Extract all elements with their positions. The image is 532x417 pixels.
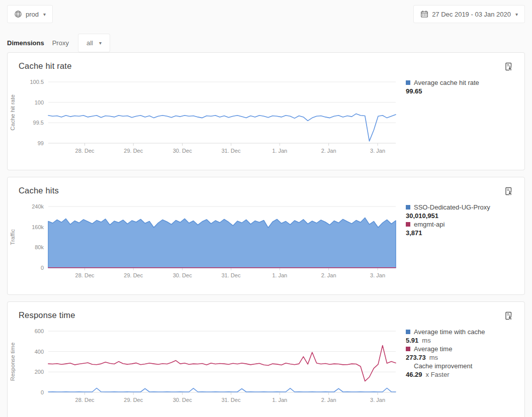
proxy-filter-value: all (86, 39, 93, 47)
svg-text:2. Jan: 2. Jan (321, 397, 336, 403)
cache-hits-legend: SSO-Dedicated-UG-Proxy 30,010,951 emgmt-… (399, 196, 524, 285)
svg-text:80k: 80k (35, 244, 44, 250)
svg-text:240k: 240k (32, 203, 44, 210)
date-range-label: 27 Dec 2019 - 03 Jan 2020 (432, 11, 511, 18)
cache-hits-chart[interactable]: 080k160k240kTraffic28. Dec29. Dec30. Dec… (8, 201, 399, 285)
svg-text:28. Dec: 28. Dec (75, 397, 95, 403)
svg-text:29. Dec: 29. Dec (124, 148, 143, 154)
legend-item[interactable]: Average time (406, 345, 519, 353)
series-color-swatch (406, 205, 410, 210)
svg-text:2. Jan: 2. Jan (321, 272, 336, 278)
legend-value: 273.73ms (406, 353, 519, 362)
top-bar: prod ▾ 27 Dec 2019 - 03 Jan 2020 ▾ (7, 5, 525, 23)
series-color-swatch (406, 222, 410, 227)
panel-title: Cache hits (19, 186, 59, 195)
svg-text:2. Jan: 2. Jan (321, 148, 336, 154)
chevron-down-icon: ▾ (515, 12, 518, 17)
svg-text:1. Jan: 1. Jan (272, 148, 287, 154)
svg-text:0: 0 (41, 389, 44, 395)
svg-text:28. Dec: 28. Dec (75, 148, 95, 154)
cache-hit-rate-chart[interactable]: 9999.5100100.5Cache hit rate28. Dec29. D… (8, 77, 399, 160)
series-color-swatch (406, 80, 410, 85)
cache-hit-rate-legend: Average cache hit rate 99.65 (399, 72, 524, 160)
legend-item[interactable]: Average cache hit rate (406, 78, 519, 87)
response-time-chart[interactable]: 0200400600Response time28. Dec29. Dec30.… (8, 326, 399, 409)
svg-text:30. Dec: 30. Dec (173, 397, 192, 403)
svg-text:400: 400 (35, 349, 44, 355)
legend-item[interactable]: Average time with cache (406, 328, 519, 336)
legend-value: 5.91ms (406, 336, 519, 345)
panel-title: Response time (19, 310, 75, 320)
cache-hit-rate-panel: Cache hit rate 9999.5100100.5Cache hit r… (7, 52, 525, 170)
dimension-name-label: Proxy (52, 39, 69, 47)
legend-value: 30,010,951 (406, 212, 519, 220)
svg-text:3. Jan: 3. Jan (370, 148, 385, 154)
response-time-panel: Response time 0200400600Response time28.… (7, 301, 525, 417)
environment-label: prod (26, 11, 39, 18)
svg-text:200: 200 (35, 369, 44, 375)
svg-text:29. Dec: 29. Dec (124, 272, 143, 278)
globe-icon (14, 10, 22, 18)
svg-text:3. Jan: 3. Jan (370, 397, 385, 403)
environment-selector[interactable]: prod ▾ (7, 5, 53, 23)
panel-title: Cache hit rate (19, 61, 72, 71)
legend-item[interactable]: emgmt-api (406, 220, 519, 229)
svg-text:30. Dec: 30. Dec (173, 272, 192, 278)
svg-text:31. Dec: 31. Dec (222, 148, 241, 154)
svg-text:160k: 160k (32, 224, 44, 230)
svg-text:31. Dec: 31. Dec (222, 397, 241, 403)
legend-item: Cache improvement (406, 362, 519, 370)
svg-text:Cache hit rate: Cache hit rate (10, 94, 16, 131)
cache-hits-panel: Cache hits 080k160k240kTraffic28. Dec29.… (7, 177, 525, 295)
svg-text:1. Jan: 1. Jan (272, 272, 287, 278)
svg-text:28. Dec: 28. Dec (75, 272, 95, 278)
svg-text:Traffic: Traffic (10, 229, 16, 245)
svg-text:Response time: Response time (10, 343, 16, 381)
legend-value: 46.29x Faster (406, 370, 519, 379)
chevron-down-icon: ▾ (99, 40, 102, 46)
legend-value: 99.65 (406, 87, 519, 95)
legend-value: 3,871 (406, 229, 519, 237)
dimensions-label: Dimensions (7, 39, 44, 47)
svg-text:100.5: 100.5 (30, 79, 44, 85)
calendar-icon (420, 10, 428, 18)
proxy-filter-dropdown[interactable]: all ▾ (78, 34, 110, 52)
filter-bar: Dimensions Proxy all ▾ (7, 34, 525, 52)
svg-text:29. Dec: 29. Dec (124, 397, 143, 403)
svg-text:600: 600 (35, 328, 44, 334)
series-color-swatch (406, 330, 410, 334)
svg-text:3. Jan: 3. Jan (370, 272, 385, 278)
svg-text:30. Dec: 30. Dec (173, 148, 192, 154)
svg-text:99: 99 (38, 140, 44, 146)
response-time-legend: Average time with cache 5.91ms Average t… (399, 321, 524, 409)
svg-text:1. Jan: 1. Jan (272, 397, 287, 403)
legend-item[interactable]: SSO-Dedicated-UG-Proxy (406, 203, 519, 212)
svg-text:0: 0 (41, 265, 44, 271)
series-color-swatch (406, 347, 410, 351)
date-range-picker[interactable]: 27 Dec 2019 - 03 Jan 2020 ▾ (413, 5, 525, 23)
svg-text:99.5: 99.5 (33, 120, 44, 126)
svg-text:31. Dec: 31. Dec (222, 272, 241, 278)
chevron-down-icon: ▾ (43, 12, 46, 17)
svg-text:100: 100 (35, 99, 44, 106)
